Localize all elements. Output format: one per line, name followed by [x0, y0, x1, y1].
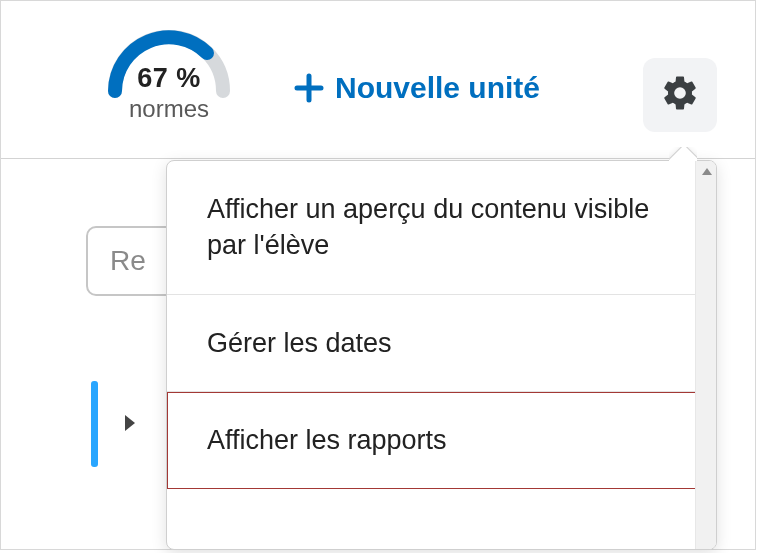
plus-icon [293, 72, 325, 104]
gauge-label: normes [99, 95, 239, 123]
gauge-percent-text: 67 % [99, 63, 239, 94]
menu-item-label: Afficher les rapports [207, 425, 447, 455]
scroll-up-button[interactable] [696, 161, 717, 182]
menu-item-manage-dates[interactable]: Gérer les dates [167, 295, 697, 391]
menu-item-label: Gérer les dates [207, 328, 392, 358]
dropdown-pointer [669, 147, 697, 161]
standards-gauge: 67 % normes [99, 21, 239, 101]
dropdown-scroll-area[interactable]: Afficher un aperçu du contenu visible pa… [167, 161, 697, 549]
menu-item-label: Afficher un aperçu du contenu visible pa… [207, 194, 649, 260]
menu-item-view-reports[interactable]: Afficher les rapports [167, 392, 697, 488]
row-accent-bar [91, 381, 98, 467]
search-placeholder: Re [110, 245, 146, 277]
dropdown-scrollbar[interactable] [695, 161, 716, 549]
expand-triangle-icon[interactable] [125, 415, 135, 431]
gear-icon [660, 73, 700, 117]
menu-item-preview-student-view[interactable]: Afficher un aperçu du contenu visible pa… [167, 161, 697, 294]
new-unit-button[interactable]: Nouvelle unité [293, 71, 540, 105]
app-frame: 67 % normes Nouvelle unité Re [0, 0, 756, 550]
settings-dropdown: Afficher un aperçu du contenu visible pa… [166, 160, 717, 550]
new-unit-label: Nouvelle unité [335, 71, 540, 105]
settings-button[interactable] [643, 58, 717, 132]
top-bar: 67 % normes Nouvelle unité [1, 1, 755, 159]
